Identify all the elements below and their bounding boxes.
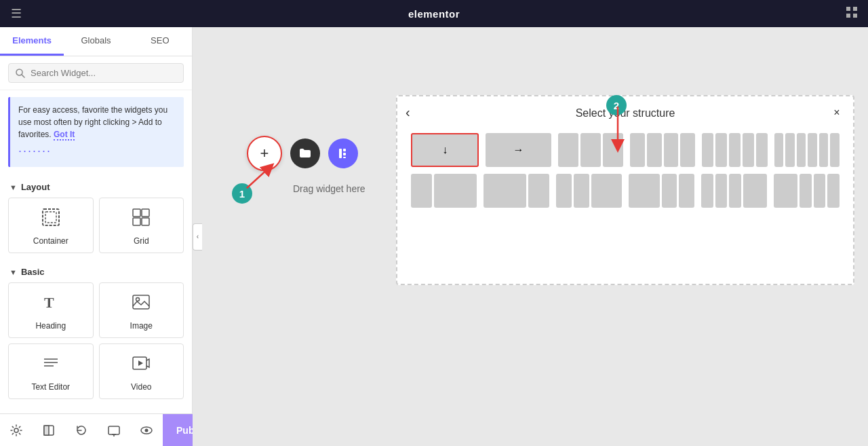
history-button[interactable] (65, 414, 98, 447)
canvas-inner: ‹ + Drag wi (193, 27, 868, 446)
svg-rect-7 (45, 212, 56, 223)
svg-rect-1 (853, 7, 857, 11)
col-cell-14 (785, 133, 795, 167)
svg-rect-2 (846, 14, 850, 18)
r2-cell-16 (800, 174, 812, 208)
annotation-2: 2 (606, 95, 627, 115)
col-cell-10 (729, 133, 741, 167)
svg-rect-3 (853, 14, 857, 18)
r2-cell-15 (774, 174, 797, 208)
structure-row-2 (411, 174, 840, 208)
section-layout-header: ▼ Layout (0, 174, 192, 198)
left-panel: Elements Globals SEO For easy access, fa… (0, 27, 193, 446)
grid-icon[interactable] (846, 7, 857, 20)
structure-option-r2-5[interactable] (701, 174, 767, 208)
r2-cell-18 (827, 174, 840, 208)
r2-cell-12 (715, 174, 728, 208)
structure-option-6col[interactable] (774, 133, 840, 167)
col-cell-6 (664, 133, 679, 167)
structure-option-r2-1[interactable] (411, 174, 477, 208)
app-title: elementor (408, 8, 460, 20)
image-label: Image (130, 321, 153, 331)
canvas-area: ‹ + Drag wi (193, 27, 868, 446)
grid-label: Grid (134, 236, 149, 246)
annotation-1: 1 (232, 183, 252, 204)
tab-bar: Elements Globals SEO (0, 27, 192, 56)
widget-heading[interactable]: T Heading (8, 282, 94, 338)
svg-rect-13 (133, 295, 149, 309)
col-cell-16 (808, 133, 817, 167)
structure-option-r2-4[interactable] (629, 174, 694, 208)
layers-button[interactable] (33, 414, 65, 447)
tab-elements[interactable]: Elements (0, 27, 64, 56)
section-basic-header: ▼ Basic (0, 259, 192, 282)
search-input[interactable] (31, 68, 176, 78)
r2-cell-7 (591, 174, 623, 208)
structure-option-3col[interactable] (558, 133, 623, 167)
elementor-logo-button[interactable] (328, 138, 358, 168)
svg-rect-23 (108, 426, 119, 434)
preview-button[interactable] (130, 414, 163, 447)
chevron-basic-icon: ▼ (9, 268, 17, 276)
widget-image[interactable]: Image (99, 282, 184, 338)
info-box: For easy access, favorite the widgets yo… (8, 97, 184, 167)
hamburger-icon[interactable]: ☰ (11, 6, 22, 21)
container-icon (41, 208, 60, 231)
toolbar-icons (0, 414, 163, 447)
structure-option-r2-3[interactable] (556, 174, 622, 208)
tab-globals[interactable]: Globals (64, 27, 127, 56)
structure-option-4col[interactable] (630, 133, 695, 167)
drag-widget-text: Drag widget here (293, 183, 366, 194)
got-it-link[interactable]: Got It (54, 130, 75, 141)
widget-text-editor[interactable]: Text Editor (8, 343, 94, 399)
structure-option-1col[interactable]: ↓ (411, 133, 479, 167)
r2-cell-5 (556, 174, 572, 208)
collapse-handle[interactable]: ‹ (193, 223, 202, 250)
tab-seo[interactable]: SEO (128, 27, 192, 56)
text-editor-icon (41, 354, 60, 377)
widget-video[interactable]: Video (99, 343, 184, 399)
add-widget-button[interactable]: + (247, 136, 282, 171)
svg-rect-30 (343, 153, 346, 155)
svg-rect-10 (133, 218, 140, 225)
settings-button[interactable] (0, 414, 33, 447)
folder-button[interactable] (290, 138, 320, 168)
widget-container[interactable]: Container (8, 198, 94, 253)
structure-option-5col[interactable] (702, 133, 767, 167)
structure-row-1: ↓ → (411, 133, 840, 167)
heading-icon: T (41, 293, 60, 316)
col-cell-18 (830, 133, 840, 167)
text-editor-label: Text Editor (31, 382, 70, 392)
structure-option-r2-2[interactable] (484, 174, 549, 208)
back-button[interactable]: ‹ (406, 105, 410, 120)
r2-cell-1 (411, 174, 432, 208)
r2-cell-8 (629, 174, 660, 208)
col-cell-4 (630, 133, 645, 167)
right-arrow-icon: → (513, 144, 524, 156)
info-text: For easy access, favorite the widgets yo… (18, 105, 167, 139)
close-button[interactable]: × (827, 103, 846, 122)
col-cell-7 (680, 133, 695, 167)
svg-rect-9 (142, 209, 149, 217)
basic-widget-grid: T Heading Image (0, 282, 192, 405)
r2-cell-10 (679, 174, 694, 208)
down-arrow-icon: ↓ (442, 144, 448, 156)
svg-rect-0 (846, 7, 850, 11)
structure-option-2col[interactable]: → (486, 133, 551, 167)
video-icon (132, 354, 151, 377)
col-cell-12 (756, 133, 768, 167)
r2-cell-9 (662, 174, 677, 208)
section-basic-label: Basic (21, 267, 45, 277)
container-label: Container (33, 236, 68, 246)
layout-widget-grid: Container Grid (0, 198, 192, 259)
r2-cell-4 (528, 174, 549, 208)
widget-grid[interactable]: Grid (99, 198, 184, 253)
col-cell-9 (715, 133, 727, 167)
responsive-button[interactable] (98, 414, 130, 447)
structure-option-r2-6[interactable] (774, 174, 840, 208)
col-cell-15 (797, 133, 806, 167)
chevron-icon: ▼ (9, 183, 17, 191)
svg-rect-28 (339, 149, 342, 158)
bottom-toolbar: Publish ▲ (0, 413, 192, 446)
widget-action-group: + (247, 136, 358, 171)
